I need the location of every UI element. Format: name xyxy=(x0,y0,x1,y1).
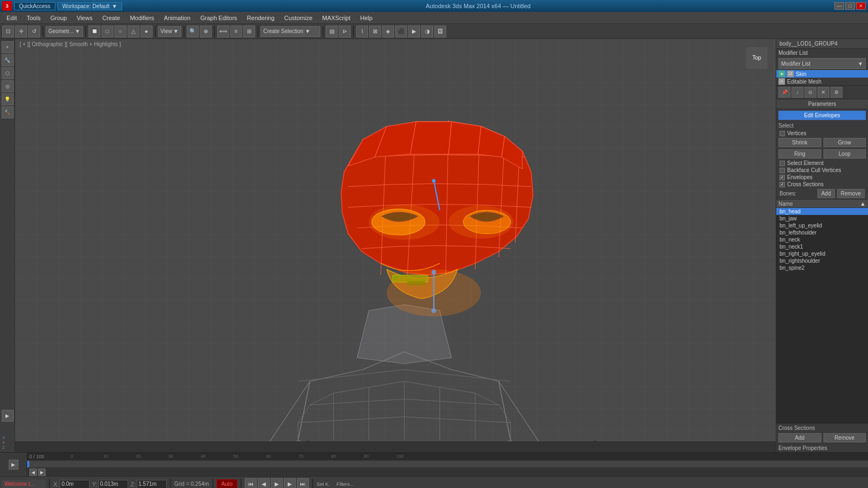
named-selection-icon[interactable]: ▤ xyxy=(326,26,338,37)
edit-envelopes-button[interactable]: Edit Envelopes xyxy=(778,111,866,120)
shrink-button[interactable]: Shrink xyxy=(778,138,821,147)
x-coord-input[interactable] xyxy=(60,480,90,489)
select-filter-icon[interactable]: 🔲 xyxy=(88,26,100,37)
cross-sections-add-button[interactable]: Add xyxy=(778,433,821,442)
backface-cull-checkbox[interactable] xyxy=(780,168,785,173)
viewport-play-btn[interactable]: ▶ xyxy=(2,410,14,422)
bones-add-button[interactable]: Add xyxy=(818,189,835,198)
create-selection-dropdown[interactable]: Create Selection ▼ xyxy=(261,26,320,37)
motion-panel-btn[interactable]: ◎ xyxy=(2,80,14,92)
bone-item-leftshoulder[interactable]: bn_leftshoulder xyxy=(776,229,868,236)
menu-tools[interactable]: Tools xyxy=(22,14,45,22)
schematic-view-icon[interactable]: ⊠ xyxy=(369,26,381,37)
go-to-end-button[interactable]: ⏭ xyxy=(297,478,309,489)
workspace-dropdown[interactable]: Workspace: Default ▼ xyxy=(58,2,122,10)
loop-button[interactable]: Loop xyxy=(823,149,866,159)
modifier-skin[interactable]: 👁 ☑ Skin xyxy=(776,70,868,78)
animate-button[interactable]: Auto xyxy=(217,479,238,488)
material-editor-icon[interactable]: ◈ xyxy=(382,26,394,37)
rotate-icon[interactable]: ↺ xyxy=(28,26,40,37)
timeline-track[interactable] xyxy=(27,461,868,467)
next-frame-button[interactable]: ▶ xyxy=(38,468,46,476)
viewport[interactable]: [ + ][ Orthographic ][ Smooth + Highligh… xyxy=(15,39,776,452)
menu-group[interactable]: Group xyxy=(46,14,72,22)
cross-sections-remove-button[interactable]: Remove xyxy=(823,433,866,442)
show-end-result-btn[interactable]: ↓ xyxy=(791,87,803,98)
svg-marker-39 xyxy=(478,126,505,157)
timeline-position-bar[interactable]: 0 / 100 0 10 20 30 40 50 60 70 80 90 100 xyxy=(27,453,868,460)
paint-select-icon[interactable]: ● xyxy=(141,26,153,37)
utilities-panel-btn[interactable]: 🔨 xyxy=(2,106,14,118)
modify-panel-btn[interactable]: 🔧 xyxy=(2,54,14,66)
menu-customize[interactable]: Customize xyxy=(280,14,317,22)
curve-editor-icon[interactable]: ⌇ xyxy=(356,26,368,37)
active-shade-icon[interactable]: ◑ xyxy=(421,26,433,37)
bone-item-left-up-eyelid[interactable]: bn_left_up_eyelid xyxy=(776,222,868,229)
render-icon[interactable]: ▶ xyxy=(408,26,420,37)
next-frame-btn[interactable]: ▶ xyxy=(284,478,296,489)
view-dropdown[interactable]: View ▼ xyxy=(158,26,181,37)
bone-item-spine2[interactable]: bn_spine2 xyxy=(776,264,868,271)
z-coord-input[interactable] xyxy=(137,480,167,489)
mesh-icon[interactable]: ⊞ xyxy=(778,78,785,85)
remove-modifier-btn[interactable]: ✕ xyxy=(818,87,829,98)
menu-graph-editors[interactable]: Graph Editors xyxy=(196,14,242,22)
prev-frame-button[interactable]: ◀ xyxy=(29,468,37,476)
title-tab-1[interactable]: QuickAccess xyxy=(14,2,55,10)
y-coord-input[interactable] xyxy=(98,480,128,489)
cross-sections-checkbox[interactable] xyxy=(780,182,785,187)
make-unique-btn[interactable]: ⊙ xyxy=(804,87,816,98)
close-button[interactable]: ✕ xyxy=(856,2,866,10)
array-icon[interactable]: ⊞ xyxy=(243,26,255,37)
skin-visibility-icon[interactable]: 👁 xyxy=(778,71,785,77)
maximize-button[interactable]: □ xyxy=(845,2,855,10)
rect-select-icon[interactable]: □ xyxy=(102,26,113,37)
prev-frame-btn[interactable]: ◀ xyxy=(258,478,270,489)
menu-modifiers[interactable]: Modifiers xyxy=(125,14,159,22)
timeline-play-button[interactable]: ▶ xyxy=(9,460,18,470)
menu-maxscript[interactable]: MAXScript xyxy=(318,14,355,22)
menu-edit[interactable]: Edit xyxy=(2,14,21,22)
menu-views[interactable]: Views xyxy=(72,14,97,22)
move-icon[interactable]: ✛ xyxy=(15,26,27,37)
bone-item-right-up-eyelid[interactable]: bn_right_up_eyelid xyxy=(776,250,868,257)
bone-item-rightshoulder[interactable]: bn_rightshoulder xyxy=(776,257,868,264)
create-panel-btn[interactable]: + xyxy=(2,41,14,53)
zoom-icon[interactable]: ⊕ xyxy=(200,26,212,37)
config-modifier-btn[interactable]: ⚙ xyxy=(831,87,842,98)
geometry-dropdown[interactable]: Geometr... ▼ xyxy=(46,26,83,37)
render-frame-icon[interactable]: 🖼 xyxy=(434,26,446,37)
object-name-field[interactable]: body__LOD1_GROUP4 xyxy=(776,39,868,49)
bone-item-neck[interactable]: bn_neck xyxy=(776,236,868,243)
select-element-checkbox[interactable] xyxy=(780,161,785,166)
align-icon[interactable]: ≡ xyxy=(230,26,242,37)
display-panel-btn[interactable]: 💡 xyxy=(2,93,14,105)
mirror-icon[interactable]: ⟺ xyxy=(217,26,229,37)
skin-checkbox-icon[interactable]: ☑ xyxy=(787,71,794,77)
pin-stack-btn[interactable]: 📌 xyxy=(778,87,790,98)
menu-create[interactable]: Create xyxy=(98,14,124,22)
bones-remove-button[interactable]: Remove xyxy=(837,189,865,198)
circle-select-icon[interactable]: ○ xyxy=(115,26,126,37)
grow-button[interactable]: Grow xyxy=(823,138,866,147)
minimize-button[interactable]: — xyxy=(834,2,844,10)
menu-help[interactable]: Help xyxy=(356,14,377,22)
hierarchy-panel-btn[interactable]: ⬡ xyxy=(2,67,14,79)
envelopes-checkbox[interactable] xyxy=(780,175,785,180)
play-button[interactable]: ▶ xyxy=(271,478,283,489)
render-setup-icon[interactable]: ⬛ xyxy=(395,26,407,37)
menu-rendering[interactable]: Rendering xyxy=(243,14,279,22)
bone-item-jaw[interactable]: bn_jaw xyxy=(776,215,868,222)
zoom-region-icon[interactable]: 🔍 xyxy=(187,26,199,37)
bone-item-head[interactable]: bn_head xyxy=(776,208,868,215)
vertices-checkbox[interactable] xyxy=(780,131,785,136)
ring-button[interactable]: Ring xyxy=(778,149,821,159)
select-icon[interactable]: ⊡ xyxy=(2,26,14,37)
menu-animation[interactable]: Animation xyxy=(160,14,195,22)
modifier-list-dropdown[interactable]: Modifier List ▼ xyxy=(778,58,866,69)
go-to-start-button[interactable]: ⏮ xyxy=(245,478,257,489)
bone-item-neck1[interactable]: bn_neck1 xyxy=(776,243,868,250)
poly-select-icon[interactable]: △ xyxy=(128,26,140,37)
bone-tools-icon[interactable]: ⊳ xyxy=(339,26,351,37)
modifier-editable-mesh[interactable]: ⊞ Editable Mesh xyxy=(776,78,868,85)
